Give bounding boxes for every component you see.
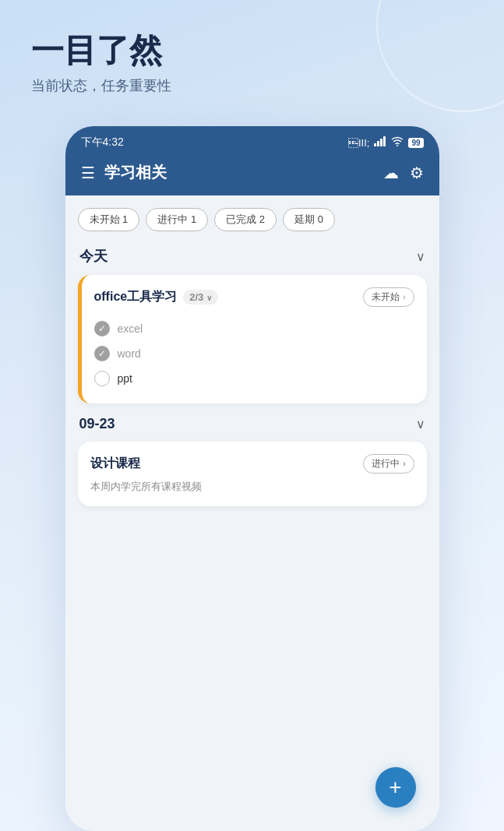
settings-icon[interactable]: ⚙ [410,164,424,182]
subtask-word-check[interactable]: ✓ [94,346,110,361]
signal-bars-icon [374,136,386,149]
section-date-title: 09-23 [79,416,115,432]
svg-rect-1 [377,141,379,146]
task-design-name: 设计课程 [90,456,140,472]
wifi-icon [391,136,404,149]
phone-mockup: 下午4:32 III; 99 ☰ 学习相关 ☁ ⚙ [65,126,439,831]
signal-icon: III; [348,137,369,149]
subtask-ppt-check[interactable] [94,371,110,386]
header-left: ☰ 学习相关 [81,162,167,183]
task-design-header: 设计课程 进行中 › [90,454,414,474]
task-design-status-badge[interactable]: 进行中 › [363,454,414,474]
task-office-name: office工具学习 2/3 ∨ [94,289,218,305]
task-design-card: 设计课程 进行中 › 本周内学完所有课程视频 [78,442,427,506]
subtask-ppt-label: ppt [118,372,132,385]
task-count-chevron: ∨ [206,294,212,302]
cloud-icon[interactable]: ☁ [383,164,399,182]
section-today-title: 今天 [79,247,107,266]
hamburger-icon[interactable]: ☰ [81,164,95,182]
app-content: 未开始 1 进行中 1 已完成 2 延期 0 今天 ∨ [65,195,439,831]
section-today-header: 今天 ∨ [78,247,427,266]
subtask-excel-label: excel [118,322,143,335]
filter-tab-not-started[interactable]: 未开始 1 [78,208,140,231]
header-right: ☁ ⚙ [383,164,424,182]
svg-rect-0 [374,143,376,146]
filter-tabs: 未开始 1 进行中 1 已完成 2 延期 0 [78,208,427,231]
task-office-count: 2/3 ∨ [183,290,218,305]
status-badge-arrow: › [403,293,405,301]
subtask-excel-check[interactable]: ✓ [94,321,110,336]
svg-rect-3 [383,136,386,146]
subtask-excel: ✓ excel [94,316,414,341]
status-icons: III; 99 [348,136,424,149]
svg-point-4 [397,145,398,146]
hero-title: 一目了然 [31,31,473,70]
fab-add-button[interactable]: + [375,767,416,808]
status-time: 下午4:32 [81,136,124,150]
status-bar: 下午4:32 III; 99 [65,126,439,156]
section-date-header: 09-23 ∨ [78,416,427,432]
task-design-desc: 本周内学完所有课程视频 [90,480,414,494]
task-office-header: office工具学习 2/3 ∨ 未开始 › [94,287,414,307]
section-today-chevron[interactable]: ∨ [416,249,425,264]
subtask-word-label: word [118,347,141,360]
design-status-arrow: › [403,460,405,468]
app-content-wrapper: 未开始 1 进行中 1 已完成 2 延期 0 今天 ∨ [65,195,439,831]
app-title: 学习相关 [104,162,167,183]
svg-rect-2 [380,139,382,146]
filter-tab-in-progress[interactable]: 进行中 1 [146,208,208,231]
app-header: ☰ 学习相关 ☁ ⚙ [65,156,439,195]
task-office-status-badge[interactable]: 未开始 › [363,287,414,307]
hero-subtitle: 当前状态，任务重要性 [31,76,473,95]
task-office-card: office工具学习 2/3 ∨ 未开始 › ✓ excel [78,275,427,403]
filter-tab-completed[interactable]: 已完成 2 [214,208,277,231]
hero-section: 一目了然 当前状态，任务重要性 [0,0,504,111]
battery-icon: 99 [408,138,423,148]
subtask-word: ✓ word [94,341,414,366]
section-date-chevron[interactable]: ∨ [416,417,425,431]
filter-tab-delayed[interactable]: 延期 0 [283,208,335,231]
subtask-ppt: ppt [94,366,414,391]
